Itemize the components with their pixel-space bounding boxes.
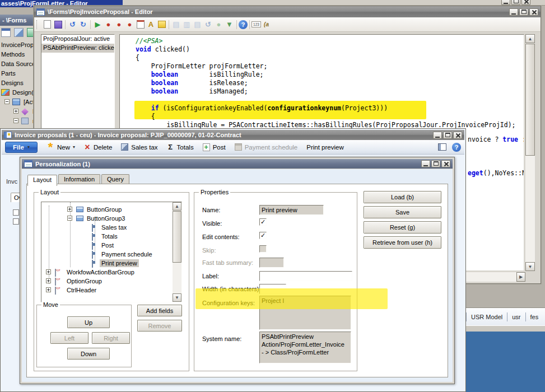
minimize-icon[interactable] bbox=[509, 8, 518, 16]
reset-g-button[interactable]: Reset (g) bbox=[364, 221, 441, 234]
paste-pale-icon[interactable]: ▤ bbox=[192, 20, 203, 30]
expand-icon[interactable] bbox=[46, 269, 51, 274]
scroll-right-icon[interactable]: ▶ bbox=[516, 272, 525, 282]
aot-node[interactable]: Methods bbox=[0, 50, 38, 59]
aot-tree-node[interactable]: N bbox=[0, 107, 38, 116]
grid-checkbox[interactable] bbox=[13, 209, 19, 216]
scroll-down-icon[interactable]: ▼ bbox=[525, 262, 535, 271]
dialog-titlebar[interactable]: Personalization (1) bbox=[22, 159, 453, 169]
method-item[interactable]: ProjProposalJour: active bbox=[41, 35, 114, 44]
expand-icon[interactable] bbox=[13, 109, 18, 114]
tree-row-post[interactable]: Post bbox=[41, 241, 173, 250]
history-icon[interactable]: ● bbox=[213, 20, 224, 30]
scroll-down-icon[interactable]: ▼ bbox=[173, 293, 181, 302]
scroll-up-icon[interactable]: ▲ bbox=[173, 202, 181, 211]
toolbar-button-delete[interactable]: ×Delete bbox=[84, 143, 112, 151]
toolbar-button-sales-tax[interactable]: Sales tax bbox=[121, 143, 157, 151]
vertical-scrollbar[interactable]: ▲ ▼ bbox=[525, 34, 535, 271]
close-icon[interactable] bbox=[441, 160, 450, 167]
aot-node[interactable]: Data Sources bbox=[0, 59, 38, 69]
scroll-thumb[interactable] bbox=[173, 211, 181, 263]
tree-row-totals[interactable]: Totals bbox=[41, 232, 173, 241]
tree-row-workfowactionbargroup[interactable]: WorkfowActionBarGroup bbox=[41, 268, 173, 277]
add-pale-icon[interactable]: ▤ bbox=[171, 20, 181, 30]
breakpoint-icon[interactable]: ● bbox=[103, 20, 114, 30]
retrieve-from-user-h-button[interactable]: Retrieve from user (h) bbox=[364, 236, 441, 249]
collapse-icon[interactable] bbox=[67, 216, 72, 221]
layout-icon[interactable] bbox=[438, 143, 446, 151]
close-icon[interactable] bbox=[529, 8, 538, 16]
tree-row-ctrlheader[interactable]: CtrlHeader bbox=[41, 286, 173, 295]
copy-pale-icon[interactable]: ▥ bbox=[181, 20, 192, 30]
aot-node[interactable]: InvoicePropos bbox=[0, 40, 38, 50]
method-list[interactable]: ProjProposalJour: activePSAbtPrintPrevie… bbox=[41, 34, 115, 134]
toolbar-button-print-preview[interactable]: Print preview bbox=[306, 144, 343, 151]
help-icon[interactable]: ? bbox=[452, 143, 461, 152]
move-left-button[interactable]: Left bbox=[50, 332, 88, 344]
import-icon[interactable]: ▼ bbox=[224, 20, 235, 30]
close-icon[interactable] bbox=[521, 0, 530, 5]
visible-checkbox[interactable]: ✓ bbox=[259, 218, 267, 226]
forms-window-titlebar[interactable]: - \Forms bbox=[0, 15, 35, 26]
label-field[interactable] bbox=[259, 271, 352, 281]
rename-icon[interactable]: (a bbox=[261, 20, 272, 30]
toolbar-button-totals[interactable]: ΣTotals bbox=[167, 143, 194, 151]
revert-icon[interactable]: ↺ bbox=[203, 20, 213, 30]
file-button[interactable]: File▾ bbox=[5, 142, 38, 153]
aot-tree-node[interactable]: [Actio bbox=[0, 97, 38, 107]
toolbar-grip[interactable] bbox=[36, 20, 39, 29]
expand-icon[interactable] bbox=[46, 287, 51, 292]
tab-layout[interactable]: Layout bbox=[27, 175, 57, 186]
minimize-icon[interactable] bbox=[501, 0, 510, 5]
scroll-up-icon[interactable]: ▲ bbox=[525, 34, 535, 43]
undo-icon[interactable]: ↺ bbox=[67, 20, 78, 30]
tree-row-print-preview[interactable]: Print preview bbox=[41, 259, 173, 268]
lookup-icon[interactable]: A bbox=[146, 20, 156, 30]
close-icon[interactable] bbox=[453, 132, 462, 139]
editor-titlebar[interactable]: \Forms\ProjInvoiceProposal - Editor bbox=[34, 6, 541, 17]
aot-tree-node[interactable]: r bbox=[0, 116, 38, 126]
collapse-icon[interactable] bbox=[13, 118, 18, 123]
save-button[interactable]: Save bbox=[364, 206, 441, 218]
scroll-thumb[interactable] bbox=[525, 44, 535, 156]
tree-row-buttongroup3[interactable]: ButtonGroup3 bbox=[41, 214, 173, 223]
aot-tree-node[interactable]: Design(s bbox=[0, 88, 38, 97]
skip-checkbox[interactable] bbox=[259, 245, 267, 253]
edit-contents-checkbox[interactable]: ✓ bbox=[259, 232, 267, 239]
add-fields-button[interactable]: Add fields bbox=[137, 305, 182, 316]
tree-row-buttongroup[interactable]: ButtonGroup bbox=[41, 206, 173, 214]
breakpoint-remove-icon[interactable]: ● bbox=[124, 20, 135, 30]
invoice-titlebar[interactable]: Invoice proposals (1 - ceu) - Invoice pr… bbox=[2, 130, 464, 140]
swap-icon[interactable] bbox=[156, 20, 167, 30]
new-icon[interactable] bbox=[42, 20, 53, 30]
toolbar-button-new[interactable]: *New▾ bbox=[46, 143, 75, 151]
maximize-icon[interactable] bbox=[519, 8, 528, 16]
maximize-icon[interactable] bbox=[431, 160, 440, 167]
expand-icon[interactable] bbox=[46, 278, 51, 283]
help-icon[interactable]: ? bbox=[239, 20, 248, 29]
tree-scrollbar[interactable]: ▲ ▼ bbox=[173, 202, 181, 302]
collapse-icon[interactable] bbox=[4, 99, 10, 104]
move-up-button[interactable]: Up bbox=[67, 316, 110, 328]
tree-row-payment-schedule[interactable]: Payment schedule bbox=[41, 250, 173, 259]
redo-icon[interactable]: ↻ bbox=[78, 20, 88, 30]
remove-button[interactable]: Remove bbox=[137, 320, 182, 332]
aot-node[interactable]: Designs bbox=[0, 78, 38, 88]
window-icon[interactable] bbox=[1, 28, 11, 37]
numbers-icon[interactable]: 123 bbox=[251, 21, 261, 27]
breakpoint-flag-icon[interactable]: ● bbox=[114, 20, 124, 30]
maximize-icon[interactable] bbox=[443, 132, 452, 139]
layers-icon[interactable] bbox=[14, 28, 24, 37]
grid-checkbox[interactable] bbox=[13, 218, 19, 225]
maximize-icon[interactable] bbox=[511, 0, 520, 5]
minimize-icon[interactable] bbox=[433, 132, 442, 139]
tree-row-optiongroup[interactable]: OptionGroup bbox=[41, 277, 173, 286]
aot-node[interactable]: Parts bbox=[0, 69, 38, 78]
run-icon[interactable]: ▶ bbox=[92, 20, 103, 30]
move-down-button[interactable]: Down bbox=[67, 348, 110, 360]
tree-row-sales-tax[interactable]: Sales tax bbox=[41, 223, 173, 232]
minimize-icon[interactable] bbox=[421, 160, 430, 167]
toolbar-button-payment-schedule[interactable]: Payment schedule bbox=[235, 143, 298, 151]
toolbar-button-post[interactable]: +Post bbox=[203, 143, 226, 151]
load-b-button[interactable]: Load (b) bbox=[364, 191, 441, 203]
